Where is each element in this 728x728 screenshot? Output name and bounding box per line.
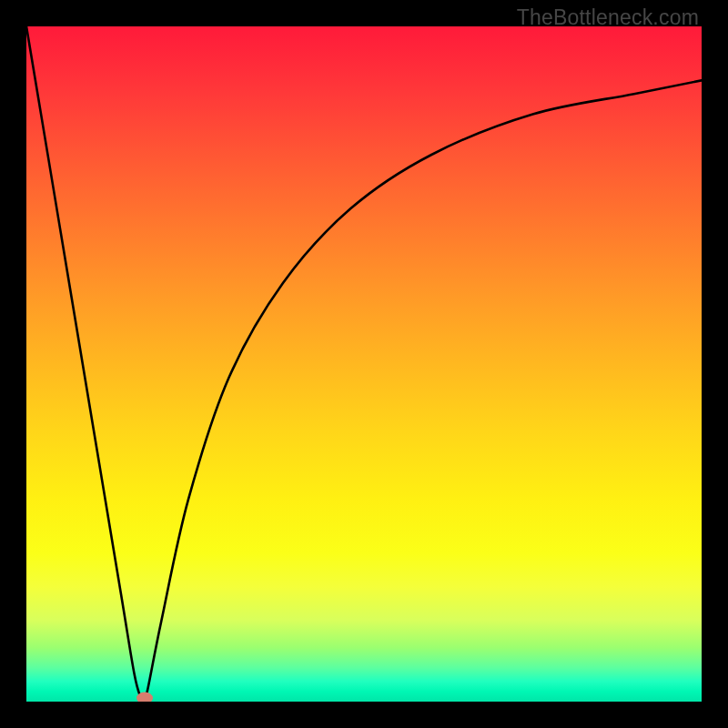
watermark-text: TheBottleneck.com <box>517 5 699 30</box>
optimal-point-marker <box>136 692 153 702</box>
bottleneck-curve <box>26 26 702 702</box>
chart-frame: TheBottleneck.com <box>0 0 728 728</box>
plot-area <box>26 26 702 702</box>
